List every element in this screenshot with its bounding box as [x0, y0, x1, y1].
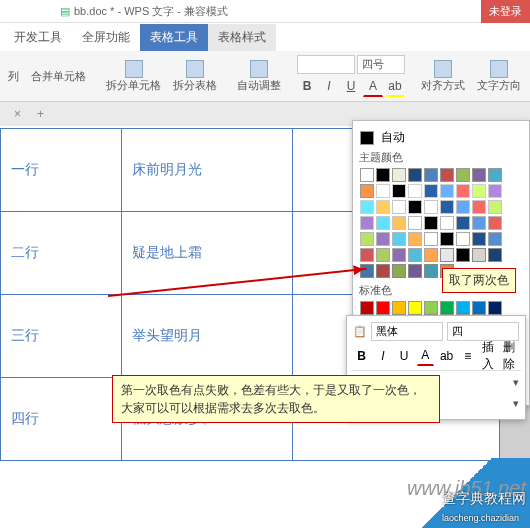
font-color-button[interactable]: A: [363, 76, 383, 97]
login-status[interactable]: 未登录: [481, 0, 530, 23]
annotation-callout-2: 第一次取色有点失败，色差有些大，于是又取了一次色，大家可以可以根据需求去多次去取…: [112, 375, 440, 423]
title-bar: ▤ bb.doc * - WPS 文字 - 兼容模式: [0, 0, 530, 23]
annotation-callout-1: 取了两次色: [442, 268, 516, 293]
tab-table-tool[interactable]: 表格工具: [140, 24, 208, 51]
standard-swatches[interactable]: [359, 300, 513, 316]
bold-button[interactable]: B: [297, 76, 317, 96]
ribbon-tabs: 开发工具 全屏功能 表格工具 表格样式: [0, 23, 530, 51]
ctx-font[interactable]: 黑体: [371, 322, 443, 341]
auto-adjust[interactable]: 自动调整: [233, 58, 285, 95]
ctx-italic[interactable]: I: [374, 346, 391, 366]
filename: bb.doc *: [74, 5, 114, 17]
align-button[interactable]: 对齐方式: [417, 58, 469, 95]
merge-cells[interactable]: 合并单元格: [27, 67, 90, 86]
tab-view[interactable]: 全屏功能: [72, 24, 140, 51]
ctx-align[interactable]: ≡: [459, 346, 476, 366]
ctx-font-color[interactable]: A: [417, 345, 434, 366]
split-cell[interactable]: 拆分单元格: [102, 58, 165, 95]
size-select[interactable]: 四号: [357, 55, 405, 74]
format-buttons: B I U A ab: [297, 76, 405, 97]
tab-table-style[interactable]: 表格样式: [208, 24, 276, 51]
ctx-highlight[interactable]: ab: [438, 346, 455, 366]
ribbon: 列 合并单元格 拆分单元格 拆分表格 自动调整 四号 B I U A ab 对齐…: [0, 51, 530, 102]
underline-button[interactable]: U: [341, 76, 361, 96]
watermark-text: 查字典教程网laocheng.chazidian: [442, 490, 526, 524]
tab-dev[interactable]: 开发工具: [4, 24, 72, 51]
close-tab-icon[interactable]: ×: [6, 107, 29, 121]
auto-color[interactable]: 自动: [359, 129, 523, 146]
ctx-bold[interactable]: B: [353, 346, 370, 366]
copy-icon[interactable]: 📋: [353, 325, 367, 338]
ctx-insert[interactable]: 插入: [481, 346, 498, 366]
split-table[interactable]: 拆分表格: [169, 58, 221, 95]
text-direction[interactable]: 文字方向: [473, 58, 525, 95]
merge-col[interactable]: 列: [4, 67, 23, 86]
highlight-button[interactable]: ab: [385, 76, 405, 97]
ctx-delete[interactable]: 删除: [502, 346, 519, 366]
italic-button[interactable]: I: [319, 76, 339, 96]
file-icon: ▤: [60, 5, 70, 18]
app-name: WPS 文字: [124, 4, 174, 19]
new-tab-icon[interactable]: +: [29, 107, 52, 121]
font-select[interactable]: [297, 55, 355, 74]
theme-colors-label: 主题颜色: [359, 150, 523, 165]
compat-mode: 兼容模式: [184, 4, 228, 19]
ctx-underline[interactable]: U: [396, 346, 413, 366]
theme-swatches[interactable]: [359, 167, 513, 279]
